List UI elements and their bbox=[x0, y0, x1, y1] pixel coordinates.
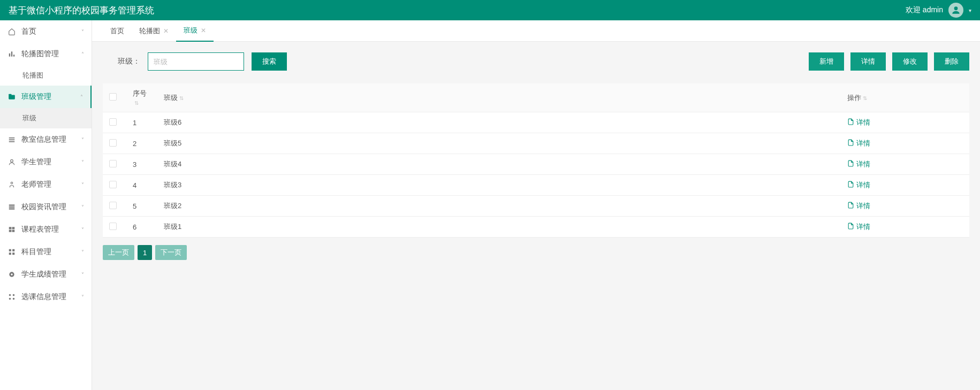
detail-button[interactable]: 详情 bbox=[850, 52, 886, 71]
user-icon bbox=[7, 158, 16, 166]
tab-1[interactable]: 轮播图✕ bbox=[132, 20, 176, 42]
svg-rect-13 bbox=[9, 208, 15, 209]
add-button[interactable]: 新增 bbox=[809, 52, 844, 71]
svg-rect-1 bbox=[9, 53, 10, 57]
chevron-down-icon[interactable]: ▾ bbox=[969, 7, 971, 13]
cell-name: 班级4 bbox=[157, 154, 841, 175]
col-header-name[interactable]: 班级⇅ bbox=[157, 83, 841, 112]
svg-rect-16 bbox=[9, 230, 12, 232]
row-checkbox[interactable] bbox=[109, 223, 117, 230]
chevron-down-icon: ˅ bbox=[81, 182, 84, 188]
sidebar-item-label: 首页 bbox=[21, 27, 36, 36]
sidebar-item-8[interactable]: 科目管理 ˅ bbox=[0, 241, 92, 263]
chevron-up-icon: ˄ bbox=[81, 51, 84, 57]
svg-point-10 bbox=[11, 182, 13, 184]
sidebar-item-2[interactable]: 班级管理 ˄ bbox=[0, 86, 92, 108]
row-checkbox[interactable] bbox=[109, 160, 117, 167]
avatar[interactable] bbox=[948, 3, 963, 18]
row-checkbox[interactable] bbox=[109, 202, 117, 209]
chevron-up-icon: ˄ bbox=[80, 94, 83, 100]
tab-label: 首页 bbox=[110, 26, 124, 36]
header: 基于微信小程序的校园事务管理系统 欢迎 admin ▾ bbox=[0, 0, 980, 20]
sidebar-item-label: 学生成绩管理 bbox=[21, 270, 66, 279]
close-icon[interactable]: ✕ bbox=[201, 27, 206, 34]
svg-rect-19 bbox=[12, 249, 14, 251]
document-icon bbox=[847, 181, 854, 189]
next-page-button[interactable]: 下一页 bbox=[155, 245, 187, 260]
cell-name: 班级6 bbox=[157, 112, 841, 133]
sidebar-item-4[interactable]: 学生管理 ˅ bbox=[0, 151, 92, 173]
row-checkbox[interactable] bbox=[109, 118, 117, 126]
svg-rect-15 bbox=[12, 227, 15, 229]
svg-rect-17 bbox=[12, 230, 15, 232]
sidebar-item-9[interactable]: 学生成绩管理 ˅ bbox=[0, 263, 92, 286]
person-icon bbox=[7, 180, 16, 189]
svg-point-23 bbox=[11, 273, 13, 276]
svg-point-24 bbox=[9, 294, 11, 296]
document-icon bbox=[847, 139, 854, 148]
svg-rect-21 bbox=[12, 253, 14, 255]
sidebar-item-6[interactable]: 校园资讯管理 ˅ bbox=[0, 196, 92, 218]
home-icon bbox=[7, 27, 16, 36]
main-content: 首页轮播图✕班级✕ 班级： 搜索 新增 详情 修改 删除 bbox=[92, 20, 980, 390]
document-icon bbox=[847, 118, 854, 127]
row-detail-link[interactable]: 详情 bbox=[847, 201, 870, 211]
tab-2[interactable]: 班级✕ bbox=[176, 20, 214, 42]
chevron-down-icon: ˅ bbox=[81, 137, 84, 143]
sidebar-subitem[interactable]: 班级 bbox=[0, 108, 92, 128]
header-right: 欢迎 admin ▾ bbox=[906, 3, 971, 18]
sidebar-item-0[interactable]: 首页 ˅ bbox=[0, 20, 92, 43]
col-header-index[interactable]: 序号⇅ bbox=[126, 83, 157, 112]
row-detail-link[interactable]: 详情 bbox=[847, 180, 870, 190]
row-detail-link[interactable]: 详情 bbox=[847, 139, 870, 148]
cell-name: 班级1 bbox=[157, 217, 841, 238]
chevron-down-icon: ˅ bbox=[81, 294, 84, 300]
sidebar-item-1[interactable]: 轮播图管理 ˄ bbox=[0, 43, 92, 65]
sidebar-item-label: 轮播图管理 bbox=[21, 49, 59, 59]
row-checkbox[interactable] bbox=[109, 139, 117, 147]
delete-button[interactable]: 删除 bbox=[934, 52, 969, 71]
sidebar-item-label: 老师管理 bbox=[21, 180, 51, 189]
page-content: 班级： 搜索 新增 详情 修改 删除 序号⇅ bbox=[92, 42, 980, 271]
sidebar-item-5[interactable]: 老师管理 ˅ bbox=[0, 173, 92, 196]
search-input[interactable] bbox=[148, 52, 244, 71]
row-detail-link[interactable]: 详情 bbox=[847, 159, 870, 169]
select-all-checkbox[interactable] bbox=[109, 93, 117, 101]
chevron-down-icon: ˅ bbox=[81, 227, 84, 233]
svg-point-26 bbox=[9, 298, 11, 300]
pagination: 上一页 1 下一页 bbox=[103, 245, 969, 260]
sidebar-subitem[interactable]: 轮播图 bbox=[0, 65, 92, 86]
svg-point-25 bbox=[13, 294, 15, 296]
search-button[interactable]: 搜索 bbox=[252, 52, 287, 71]
sort-icon: ⇅ bbox=[179, 95, 184, 101]
col-header-action[interactable]: 操作⇅ bbox=[841, 83, 969, 112]
close-icon[interactable]: ✕ bbox=[163, 27, 169, 35]
row-checkbox[interactable] bbox=[109, 181, 117, 188]
document-icon bbox=[847, 202, 854, 210]
table-row: 3 班级4 详情 bbox=[103, 154, 969, 175]
svg-rect-11 bbox=[9, 204, 15, 205]
row-detail-link[interactable]: 详情 bbox=[847, 118, 870, 127]
cell-name: 班级2 bbox=[157, 196, 841, 217]
svg-point-9 bbox=[11, 159, 13, 162]
chevron-down-icon: ˅ bbox=[81, 159, 84, 165]
document-icon bbox=[847, 223, 854, 231]
sidebar-item-label: 校园资讯管理 bbox=[21, 202, 66, 212]
tab-0[interactable]: 首页 bbox=[103, 20, 132, 42]
sort-icon: ⇅ bbox=[863, 95, 867, 101]
svg-point-27 bbox=[13, 298, 15, 300]
document-icon bbox=[847, 160, 854, 169]
edit-button[interactable]: 修改 bbox=[892, 52, 928, 71]
prev-page-button[interactable]: 上一页 bbox=[103, 245, 134, 260]
row-detail-link[interactable]: 详情 bbox=[847, 222, 870, 232]
apps-icon bbox=[7, 293, 16, 301]
sidebar-item-10[interactable]: 选课信息管理 ˅ bbox=[0, 286, 92, 308]
sidebar-item-3[interactable]: 教室信息管理 ˅ bbox=[0, 128, 92, 151]
cell-index: 1 bbox=[126, 112, 157, 133]
page-number-button[interactable]: 1 bbox=[138, 245, 152, 260]
table-row: 5 班级2 详情 bbox=[103, 196, 969, 217]
chevron-down-icon: ˅ bbox=[81, 272, 84, 278]
row-action-label: 详情 bbox=[856, 180, 870, 190]
svg-rect-4 bbox=[9, 95, 15, 100]
sidebar-item-7[interactable]: 课程表管理 ˅ bbox=[0, 218, 92, 241]
